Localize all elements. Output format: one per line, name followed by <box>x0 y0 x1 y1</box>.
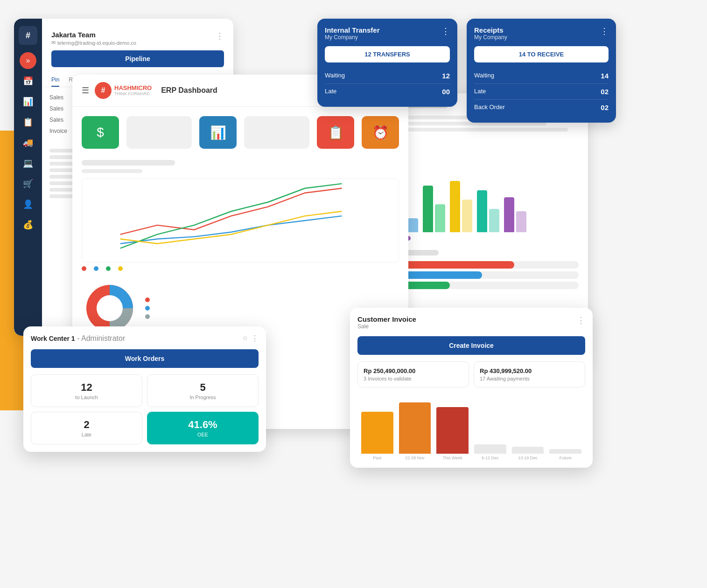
inv-bar-nov-fill <box>399 402 431 454</box>
late-label: Late <box>325 88 336 96</box>
stat-to-launch: 12 to Launch <box>31 374 142 407</box>
receipts-header: Receipts My Company ⋮ <box>474 26 609 41</box>
inv-bar-nov: 22-28 Nov <box>399 402 431 460</box>
bar-group-6 <box>504 197 526 232</box>
inv-bar-future-label: Future <box>560 456 572 460</box>
inv-header: Customer Invoice Sale ⋮ <box>357 315 585 330</box>
bar-green-3 <box>423 186 433 232</box>
tab-pin[interactable]: Pin <box>51 74 59 87</box>
receipts-waiting-label: Waiting <box>474 72 494 80</box>
inv-bar-thisweek: This Week <box>436 407 469 460</box>
receipts-backorder-value: 02 <box>601 104 609 111</box>
transfers-button[interactable]: 12 TRANSFERS <box>325 46 450 62</box>
sidebar-icon-coins[interactable]: 💰 <box>20 216 36 233</box>
transfer-title-group: Internal Transfer My Company <box>325 26 380 41</box>
stat-late: 2 Late <box>31 412 142 444</box>
stat-late-label: Late <box>38 432 135 437</box>
pie-legend-red <box>145 297 150 302</box>
erp-brand-tagline: THINK FORWARD <box>114 91 152 96</box>
inv-amount-lbl-1: 3 Invoices to validate <box>364 376 463 381</box>
stat-in-progress: 5 In Progress <box>147 374 259 407</box>
jakarta-team-info: Jakarta Team ✉ telering@trading-id.equio… <box>51 31 136 46</box>
hash-logo: # <box>95 82 112 99</box>
receipts-title-group: Receipts My Company <box>474 26 507 41</box>
inv-bar-dec2: 13-19 Dec <box>512 447 544 460</box>
receipts-waiting-stat: Waiting 14 <box>474 68 609 84</box>
workcenter-card: Work Center 1 - Administrator ○ ⋮ Work O… <box>23 326 266 452</box>
hamburger-icon[interactable]: ☰ <box>82 85 89 96</box>
sidebar-icon-truck[interactable]: 🚚 <box>20 134 36 151</box>
erp-logo: # HASHMICRO THINK FORWARD <box>95 82 152 99</box>
receipts-subtitle: My Company <box>474 34 507 41</box>
wc-menu-dots[interactable]: ⋮ <box>251 334 259 343</box>
inv-title: Customer Invoice <box>357 315 416 323</box>
inv-amounts-grid: Rp 250,490,000.00 3 Invoices to validate… <box>357 361 585 387</box>
kpi-chart[interactable]: 📊 <box>199 116 237 149</box>
wc-header: Work Center 1 - Administrator ○ ⋮ <box>31 334 259 343</box>
inv-bar-past-label: Past <box>373 456 381 460</box>
bar-light-teal-5 <box>489 209 499 232</box>
legend-red <box>82 266 86 271</box>
inv-title-group: Customer Invoice Sale <box>357 315 416 330</box>
kpi-clock[interactable]: ⏰ <box>362 116 399 149</box>
line-chart-area <box>82 179 399 263</box>
pipeline-button[interactable]: Pipeline <box>51 50 224 67</box>
wc-title-group: Work Center 1 - Administrator <box>31 334 125 343</box>
late-stat: Late 00 <box>325 84 450 99</box>
sidebar-icon-chart[interactable]: 📊 <box>20 93 36 110</box>
chart-sublabel <box>82 169 142 173</box>
receipts-menu-dots[interactable]: ⋮ <box>600 26 609 36</box>
bar-yellow-4 <box>450 181 460 232</box>
sidebar-icon-monitor[interactable]: 💻 <box>20 155 36 172</box>
stat-oee-label: OEE <box>154 432 252 437</box>
transfer-menu-dots[interactable]: ⋮ <box>441 26 450 36</box>
kpi-row: $ 📊 📋 ⏰ <box>82 116 399 149</box>
transfer-subtitle: My Company <box>325 34 380 41</box>
sidebar-icon-cart[interactable]: 🛒 <box>20 175 36 192</box>
wc-circle-icon: ○ <box>243 334 247 343</box>
inv-bar-thisweek-fill <box>436 407 469 454</box>
legend-green <box>106 266 111 271</box>
legend-yellow <box>118 266 123 271</box>
kpi-dollar[interactable]: $ <box>82 116 119 149</box>
inv-amount-val-2: Rp 430,999,520.00 <box>480 367 579 374</box>
pie-legend-grey <box>145 314 150 319</box>
erp-dashboard-title: ERP Dashboard <box>161 86 217 95</box>
sidebar-nav: # » 📅 📊 📋 🚚 💻 🛒 👤 💰 <box>14 19 42 336</box>
waiting-value: 12 <box>442 72 450 80</box>
work-orders-button[interactable]: Work Orders <box>31 349 259 368</box>
inv-bar-future-fill <box>549 449 581 454</box>
kpi-placeholder-1 <box>126 116 192 149</box>
inv-amount-awaiting: Rp 430,999,520.00 17 Awaiting payments <box>474 361 585 387</box>
jakarta-menu-dots[interactable]: ⋮ <box>216 31 224 41</box>
inv-bar-dec2-fill <box>512 447 544 454</box>
create-invoice-button[interactable]: Create Invoice <box>357 336 585 355</box>
inv-bar-dec2-label: 13-19 Dec <box>518 456 538 460</box>
bar-group-5 <box>477 190 499 232</box>
receipts-late-stat: Late 02 <box>474 84 609 100</box>
receipts-card: Receipts My Company ⋮ 14 TO RECEIVE Wait… <box>467 19 616 123</box>
sidebar-icon-list[interactable]: 📋 <box>20 114 36 131</box>
kpi-doc[interactable]: 📋 <box>317 116 354 149</box>
transfer-header: Internal Transfer My Company ⋮ <box>325 26 450 41</box>
receipts-late-label: Late <box>474 88 486 96</box>
late-value: 00 <box>442 88 450 96</box>
inv-bar-thisweek-label: This Week <box>443 456 462 460</box>
inv-subtitle: Sale <box>357 323 416 330</box>
sidebar-icon-user[interactable]: 👤 <box>20 196 36 213</box>
receive-button[interactable]: 14 TO RECEIVE <box>474 46 609 62</box>
sidebar-icon-calendar[interactable]: 📅 <box>20 73 36 90</box>
wc-subtitle: - Administrator <box>77 334 125 342</box>
stat-oee: 41.6% OEE <box>147 412 259 444</box>
waiting-stat: Waiting 12 <box>325 68 450 84</box>
inv-bar-dec1-label: 6-12 Dec <box>482 456 499 460</box>
inv-amount-validate: Rp 250,490,000.00 3 Invoices to validate <box>357 361 469 387</box>
inv-bar-past: Past <box>361 412 393 460</box>
receipts-waiting-value: 14 <box>601 72 609 80</box>
receipts-title: Receipts <box>474 26 507 34</box>
inv-menu-dots[interactable]: ⋮ <box>577 315 585 325</box>
sidebar-arrow[interactable]: » <box>20 52 36 69</box>
stat-to-launch-num: 12 <box>38 381 135 394</box>
bar-light-yellow-4 <box>462 200 472 232</box>
receipts-backorder-stat: Back Order 02 <box>474 100 609 115</box>
